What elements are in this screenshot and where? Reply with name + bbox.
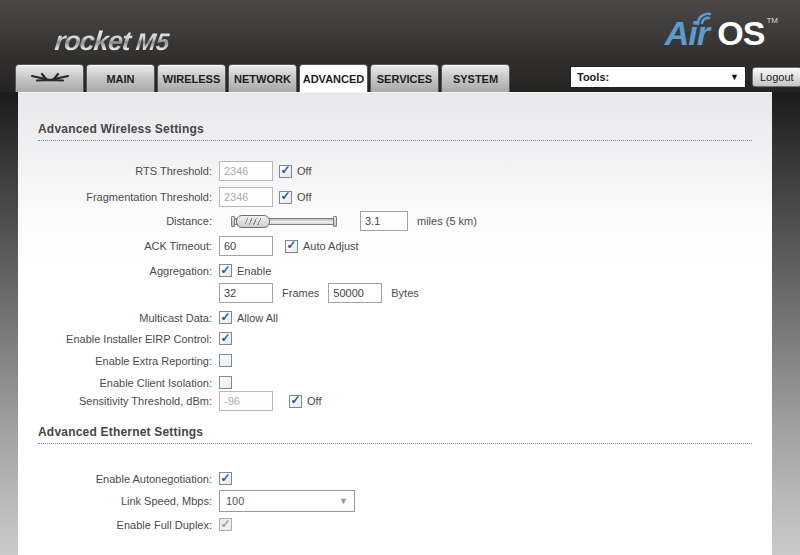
rts-threshold-input[interactable] [219,161,273,181]
fragmentation-threshold-row: Fragmentation Threshold: ✓ Off [38,187,752,207]
ack-timeout-label: ACK Timeout: [38,240,219,252]
full-duplex-label: Enable Full Duplex: [38,519,219,531]
fragmentation-threshold-label: Fragmentation Threshold: [38,191,219,203]
sensitivity-threshold-input[interactable] [219,391,273,411]
airos-tm: TM [766,16,778,25]
multicast-data-row: Multicast Data: ✓ Allow All [38,311,752,324]
aggregation-label: Aggregation: [38,265,219,277]
link-speed-label: Link Speed, Mbps: [38,495,219,507]
distance-row: Distance: miles (5 km) [38,211,752,231]
aggregation-enable-checkbox-label: Enable [237,265,271,277]
sensitivity-off-checkbox-label: Off [307,395,321,407]
sensitivity-threshold-row: Sensitivity Threshold, dBm: ✓ Off [38,391,752,411]
tab-main[interactable]: MAIN [86,64,155,92]
tab-network-label: NETWORK [234,73,291,85]
tab-system[interactable]: SYSTEM [441,64,510,92]
airos-os-text: OS [717,14,764,52]
multicast-data-label: Multicast Data: [38,312,219,324]
distance-suffix: miles (5 km) [417,215,477,227]
ethernet-section-title: Advanced Ethernet Settings [38,425,752,444]
tab-network[interactable]: NETWORK [228,64,297,92]
tab-bar: MAIN WIRELESS NETWORK ADVANCED SERVICES … [15,64,510,92]
link-speed-row: Link Speed, Mbps: 100 ▼ [38,490,752,512]
extra-reporting-checkbox[interactable] [219,354,232,367]
content-panel: Advanced Wireless Settings RTS Threshold… [18,92,772,555]
extra-reporting-row: Enable Extra Reporting: [38,354,752,367]
extra-reporting-label: Enable Extra Reporting: [38,355,219,367]
airos-air-text: Air [665,14,718,52]
airos-page: rocketM5 Air OSTM [0,0,800,555]
airos-signal-arcs-icon [694,10,716,26]
tab-wireless[interactable]: WIRELESS [157,64,226,92]
aggregation-frames-input[interactable] [219,283,273,303]
slider-handle-grip [245,218,261,225]
tab-services-label: SERVICES [377,73,432,85]
distance-slider[interactable] [231,214,337,229]
ack-timeout-row: ACK Timeout: ✓ Auto Adjust [38,236,752,256]
sensitivity-threshold-label: Sensitivity Threshold, dBm: [38,395,219,407]
client-isolation-checkbox[interactable] [219,376,232,389]
eirp-control-checkbox[interactable]: ✓ [219,332,232,345]
distance-label: Distance: [38,215,219,227]
tab-system-label: SYSTEM [453,73,498,85]
tab-wireless-label: WIRELESS [163,73,220,85]
tab-advanced-label: ADVANCED [303,73,365,85]
client-isolation-label: Enable Client Isolation: [38,377,219,389]
ubiquiti-antenna-icon [29,71,71,87]
aggregation-enable-checkbox[interactable]: ✓ [219,264,232,277]
full-duplex-checkbox[interactable]: ✓ [219,518,232,531]
rts-threshold-row: RTS Threshold: ✓ Off [38,161,752,181]
full-duplex-row: Enable Full Duplex: ✓ [38,518,752,531]
link-speed-selected-value: 100 [226,495,244,507]
dropdown-arrow-icon: ▼ [730,72,739,82]
eirp-control-label: Enable Installer EIRP Control: [38,333,219,345]
multicast-allow-all-checkbox[interactable]: ✓ [219,311,232,324]
tab-advanced[interactable]: ADVANCED [299,64,368,92]
auto-adjust-checkbox[interactable]: ✓ [285,240,298,253]
select-arrow-icon: ▼ [339,496,348,506]
client-isolation-row: Enable Client Isolation: [38,376,752,389]
logout-button[interactable]: Logout [752,67,800,87]
autonegotiation-label: Enable Autonegotiation: [38,473,219,485]
eirp-control-row: Enable Installer EIRP Control: ✓ [38,332,752,345]
fragmentation-off-checkbox-label: Off [297,191,311,203]
fragmentation-off-checkbox[interactable]: ✓ [279,191,292,204]
logout-button-label: Logout [760,71,794,83]
autonegotiation-row: Enable Autonegotiation: ✓ [38,472,752,485]
rts-off-checkbox[interactable]: ✓ [279,165,292,178]
slider-handle[interactable] [236,215,270,228]
header: rocketM5 Air OSTM [0,0,800,92]
tab-ubiquiti-logo[interactable] [15,64,84,92]
aggregation-bytes-input[interactable] [328,283,382,303]
aggregation-values-row: Frames Bytes [38,283,752,303]
sensitivity-off-checkbox[interactable]: ✓ [289,395,302,408]
wireless-section-title: Advanced Wireless Settings [38,122,752,141]
tab-services[interactable]: SERVICES [370,64,439,92]
bytes-label: Bytes [391,287,419,299]
ack-timeout-input[interactable] [219,236,273,256]
tab-main-label: MAIN [106,73,134,85]
frames-label: Frames [282,287,319,299]
airos-logo: Air OSTM [665,14,776,53]
rocket-model-text: M5 [135,28,171,55]
fragmentation-threshold-input[interactable] [219,187,273,207]
rts-off-checkbox-label: Off [297,165,311,177]
rocket-logo-text: rocket [53,26,131,56]
auto-adjust-checkbox-label: Auto Adjust [303,240,359,252]
rocket-m5-logo: rocketM5 [53,26,171,57]
tools-dropdown-label: Tools: [577,71,609,83]
distance-input[interactable] [360,211,408,231]
slider-right-cap [333,216,337,227]
link-speed-select[interactable]: 100 ▼ [219,490,355,512]
multicast-allow-all-checkbox-label: Allow All [237,312,278,324]
rts-threshold-label: RTS Threshold: [38,165,219,177]
tools-dropdown[interactable]: Tools: ▼ [570,66,746,88]
aggregation-row: Aggregation: ✓ Enable [38,264,752,277]
autonegotiation-checkbox[interactable]: ✓ [219,472,232,485]
